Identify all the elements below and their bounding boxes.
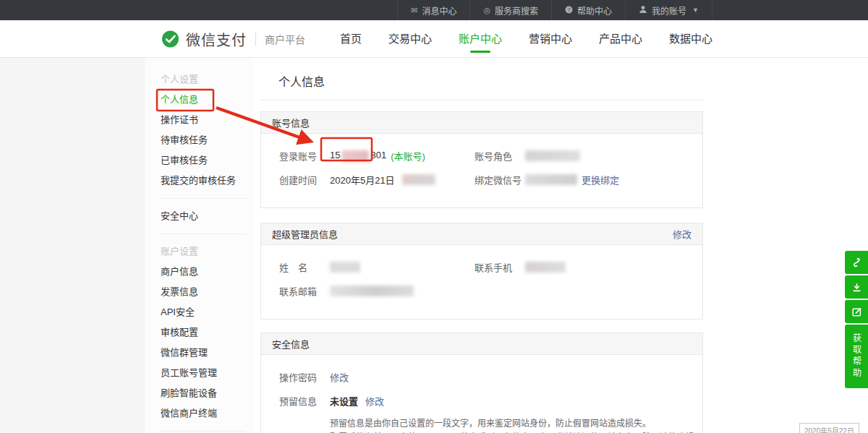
- svg-text:?: ?: [568, 7, 571, 13]
- account-role-label: 账号角色: [475, 149, 525, 163]
- title-divider: [260, 100, 703, 100]
- edit-reserved-info-link[interactable]: 修改: [365, 394, 384, 408]
- security-info-section: 安全信息 操作密码 修改 预留信息 未设置 修改: [260, 333, 703, 433]
- topbar-item-label: 我的账号: [652, 4, 686, 17]
- reserved-info-label: 预留信息: [279, 394, 330, 408]
- main-nav: 首页 交易中心 账户中心 营销中心 产品中心 数据中心: [340, 20, 712, 58]
- topbar-item-help-center[interactable]: ? 帮助中心: [551, 0, 625, 20]
- super-admin-header: 超级管理员信息 修改: [261, 223, 702, 245]
- edit-password-link[interactable]: 修改: [330, 370, 349, 384]
- redacted-account-role: [525, 150, 580, 161]
- logo-area[interactable]: 微信支付 商户平台: [161, 20, 305, 58]
- main-content: 个人信息 账号信息 登录账号 15301 (本账号): [260, 58, 703, 433]
- sidebar-group-personal-settings: 个人设置: [161, 69, 253, 90]
- download-icon: [851, 282, 862, 293]
- nav-home[interactable]: 首页: [340, 20, 362, 58]
- redacted-login-middle: [341, 150, 369, 162]
- feedback-button[interactable]: [845, 300, 868, 323]
- sidebar-item-personal-info[interactable]: 个人信息: [161, 90, 253, 110]
- left-gray-rail: [0, 58, 145, 433]
- edit-admin-link[interactable]: 修改: [673, 227, 692, 241]
- link-icon: [851, 257, 862, 268]
- sidebar-item-review-config[interactable]: 审核配置: [161, 322, 253, 343]
- floating-action-stack: 获取帮助: [845, 251, 868, 388]
- sidebar-item-merchant-info[interactable]: 商户信息: [161, 262, 253, 282]
- redacted-admin-name: [330, 262, 360, 273]
- account-info-body: 登录账号 15301 (本账号) 账号角色: [261, 134, 702, 207]
- redacted-wechat-id: [525, 174, 577, 185]
- sidebar-divider: [161, 233, 246, 234]
- login-account-value: 15301 (本账号): [330, 149, 425, 163]
- account-info-section: 账号信息 登录账号 15301 (本账号) 账号角色: [260, 111, 703, 208]
- sidebar-item-reviewed-tasks[interactable]: 已审核任务: [161, 150, 253, 171]
- sidebar-item-invoice-info[interactable]: 发票信息: [161, 282, 253, 302]
- reserved-info-value: 未设置: [330, 394, 358, 408]
- download-button[interactable]: [845, 275, 868, 299]
- nav-marketing-center[interactable]: 营销中心: [529, 20, 572, 58]
- super-admin-body: 姓 名 联系手机 联系邮箱: [261, 245, 702, 319]
- sidebar-item-wechat-merchant-terminal[interactable]: 微信商户终端: [161, 403, 253, 424]
- login-account-label: 登录账号: [279, 149, 330, 163]
- topbar-item-my-account[interactable]: 我的账号 ▼: [625, 0, 712, 20]
- bound-wechat-label: 绑定微信号: [475, 173, 525, 187]
- portal-name: 商户平台: [265, 32, 305, 46]
- sidebar-item-pending-review-tasks[interactable]: 待审核任务: [161, 130, 253, 150]
- sidebar-item-staff-account-mgmt[interactable]: 员工账号管理: [161, 363, 253, 383]
- help-icon: ?: [565, 6, 573, 15]
- sidebar-group-account-settings: 账户设置: [161, 241, 253, 262]
- sidebar: 个人设置 个人信息 操作证书 待审核任务 已审核任务 我提交的审核任务 安全中心…: [145, 58, 253, 433]
- redacted-contact-phone: [525, 262, 566, 273]
- logo-text: 微信支付: [186, 29, 247, 50]
- nav-product-center[interactable]: 产品中心: [599, 20, 642, 58]
- user-icon: [639, 5, 647, 15]
- sidebar-item-operation-certificate[interactable]: 操作证书: [161, 110, 253, 130]
- search-icon: ◎: [483, 7, 490, 14]
- admin-name-label: 姓 名: [279, 260, 330, 274]
- get-help-button[interactable]: 获取帮助: [845, 325, 868, 388]
- reserved-info-description: 预留信息是由你自己设置的一段文字，用来鉴定网站身份，防止假冒网站造成损失。 配置…: [330, 417, 702, 433]
- description-line: 预留信息是由你自己设置的一段文字，用来鉴定网站身份，防止假冒网站造成损失。: [330, 417, 702, 431]
- sidebar-item-api-security[interactable]: API安全: [161, 302, 253, 322]
- wechat-pay-merchant-portal: ✉ 消息中心 ◎ 服务商搜索 ? 帮助中心 我的账号 ▼: [0, 0, 868, 433]
- section-title: 超级管理员信息: [272, 227, 338, 241]
- account-info-header: 账号信息: [261, 112, 702, 134]
- sidebar-divider: [161, 431, 246, 432]
- security-info-body: 操作密码 修改 预留信息 未设置 修改 预留信息是由你自己设置的一段文字，用来鉴…: [261, 355, 702, 433]
- nav-transaction-center[interactable]: 交易中心: [388, 20, 432, 58]
- logo-divider: [255, 33, 256, 46]
- topbar-item-message-center[interactable]: ✉ 消息中心: [397, 0, 469, 20]
- topbar-item-label: 帮助中心: [577, 4, 612, 17]
- created-time-label: 创建时间: [279, 173, 330, 187]
- link-shortcut-button[interactable]: [845, 251, 868, 274]
- sidebar-item-wechat-group-mgmt[interactable]: 微信群管理: [161, 343, 253, 363]
- security-info-header: 安全信息: [261, 333, 702, 355]
- topbar-item-provider-search[interactable]: ◎ 服务商搜索: [469, 0, 551, 20]
- site-header: 微信支付 商户平台 首页 交易中心 账户中心 营销中心 产品中心 数据中心: [0, 20, 868, 58]
- chevron-down-icon: ▼: [692, 7, 699, 14]
- sidebar-item-security-center[interactable]: 安全中心: [161, 206, 253, 226]
- date-tooltip: 2020年5月22日: [799, 423, 859, 433]
- sidebar-item-my-submitted-tasks[interactable]: 我提交的审核任务: [161, 171, 253, 191]
- redacted-created-time: [402, 174, 435, 185]
- top-utility-bar: ✉ 消息中心 ◎ 服务商搜索 ? 帮助中心 我的账号 ▼: [0, 0, 868, 20]
- redacted-contact-email: [330, 286, 414, 296]
- edit-icon: [851, 306, 862, 317]
- nav-data-center[interactable]: 数据中心: [669, 20, 712, 58]
- operation-password-label: 操作密码: [279, 370, 330, 384]
- wechat-pay-logo-icon: [161, 30, 180, 49]
- sidebar-divider: [161, 198, 246, 199]
- created-time-value: 2020年5月21日: [330, 173, 435, 187]
- super-admin-section: 超级管理员信息 修改 姓 名 联系手机: [260, 223, 703, 320]
- page-body: 个人设置 个人信息 操作证书 待审核任务 已审核任务 我提交的审核任务 安全中心…: [0, 58, 868, 433]
- contact-email-label: 联系邮箱: [279, 284, 330, 298]
- change-binding-link[interactable]: 更换绑定: [582, 173, 619, 187]
- mail-icon: ✉: [411, 7, 417, 14]
- topbar-item-label: 服务商搜索: [495, 4, 538, 17]
- topbar-menu: ✉ 消息中心 ◎ 服务商搜索 ? 帮助中心 我的账号 ▼: [397, 0, 712, 20]
- nav-account-center[interactable]: 账户中心: [459, 20, 502, 58]
- contact-phone-label: 联系手机: [475, 260, 525, 274]
- sidebar-item-face-smart-device[interactable]: 刷脸智能设备: [161, 383, 253, 403]
- this-account-tag: (本账号): [391, 149, 425, 163]
- page-title: 个人信息: [278, 72, 703, 90]
- section-title: 账号信息: [272, 116, 310, 129]
